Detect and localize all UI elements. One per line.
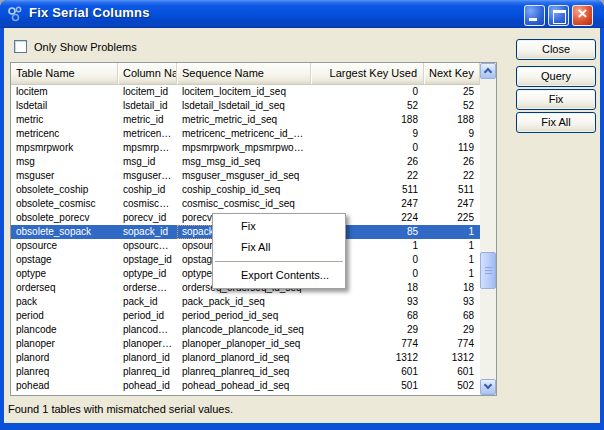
table-cell: porecv_id — [118, 211, 177, 225]
table-cell: lsdetail_id — [118, 99, 177, 113]
table-cell: 26 — [424, 155, 480, 169]
table-cell: 601 — [424, 365, 480, 379]
table-cell: 119 — [424, 141, 480, 155]
table-row[interactable]: periodperiod_idperiod_period_id_seq6868 — [11, 309, 480, 323]
titlebar[interactable]: Fix Serial Columns — [0, 0, 604, 28]
table-cell: metric — [11, 113, 118, 127]
table-cell: 0 — [311, 141, 424, 155]
close-button[interactable]: Close — [516, 39, 596, 60]
table-cell: pohead_pohead_id_seq — [177, 379, 311, 393]
fix-button[interactable]: Fix — [516, 89, 596, 110]
column-header-table-name[interactable]: Table Name — [11, 63, 118, 84]
table-cell: 1 — [424, 253, 480, 267]
table-cell: 22 — [424, 169, 480, 183]
table-cell: opstage — [11, 253, 118, 267]
scrollbar-thumb[interactable] — [480, 252, 496, 289]
table-cell: planreq — [11, 365, 118, 379]
table-cell: locitem_id — [118, 85, 177, 99]
table-cell: 502 — [424, 379, 480, 393]
table-cell: metricenc_id — [118, 127, 177, 141]
table-row[interactable]: lsdetaillsdetail_idlsdetail_lsdetail_id_… — [11, 99, 480, 113]
table-cell: lsdetail_lsdetail_id_seq — [177, 99, 311, 113]
query-button[interactable]: Query — [516, 66, 596, 87]
table-cell: 93 — [311, 295, 424, 309]
table-cell: 52 — [311, 99, 424, 113]
table-cell: pohead — [11, 379, 118, 393]
table-row[interactable]: obsolete_coshipcoship_idcoship_coship_id… — [11, 183, 480, 197]
vertical-scrollbar[interactable] — [480, 63, 496, 395]
table-row[interactable]: plancodeplancode_idplancode_plancode_id_… — [11, 323, 480, 337]
table-row[interactable]: poheadpohead_idpohead_pohead_id_seq50150… — [11, 379, 480, 393]
table-cell: orderseq — [11, 281, 118, 295]
table-cell: msguser — [11, 169, 118, 183]
table-cell: 29 — [424, 323, 480, 337]
table-row[interactable]: obsolete_cosmisccosmisc_idcosmisc_cosmis… — [11, 197, 480, 211]
table-row[interactable]: packpack_idpack_pack_id_seq9393 — [11, 295, 480, 309]
table-cell: 29 — [311, 323, 424, 337]
table-row[interactable]: metricencmetricenc_idmetricenc_metricenc… — [11, 127, 480, 141]
table-cell: planord_id — [118, 351, 177, 365]
column-header-column-name[interactable]: Column Name — [118, 63, 177, 84]
table-cell: 774 — [311, 337, 424, 351]
table-cell: coship_id — [118, 183, 177, 197]
table-row[interactable]: planreqplanreq_idplanreq_planreq_id_seq6… — [11, 365, 480, 379]
table-cell: planreq_planreq_id_seq — [177, 365, 311, 379]
table-cell: locitem — [11, 85, 118, 99]
table-cell: cosmisc_id — [118, 197, 177, 211]
menu-item-export-contents[interactable]: Export Contents... — [213, 265, 345, 286]
table-cell: planoper — [11, 337, 118, 351]
table-cell: planreq_id — [118, 365, 177, 379]
column-header-largest-key[interactable]: Largest Key Used — [311, 63, 424, 84]
table-cell: 0 — [311, 85, 424, 99]
table-cell: planord_planord_id_seq — [177, 351, 311, 365]
table-cell: plancode_id — [118, 323, 177, 337]
close-icon[interactable] — [572, 5, 593, 26]
table-cell: 188 — [311, 113, 424, 127]
scroll-up-icon[interactable] — [480, 63, 496, 79]
scroll-down-icon[interactable] — [480, 379, 496, 395]
table-cell: 1 — [424, 239, 480, 253]
fix-all-button[interactable]: Fix All — [516, 112, 596, 133]
table-cell: metric_id — [118, 113, 177, 127]
menu-item-fix[interactable]: Fix — [213, 216, 345, 237]
table-header: Table Name Column Name Sequence Name Lar… — [11, 63, 480, 85]
table-cell: period_period_id_seq — [177, 309, 311, 323]
table-row[interactable]: mpsmrpworkmpsmrpwork_idmpsmrpwork_mpsmrp… — [11, 141, 480, 155]
table-cell: period_id — [118, 309, 177, 323]
table-row[interactable]: msgusermsguser_idmsguser_msguser_id_seq2… — [11, 169, 480, 183]
table-row[interactable]: planordplanord_idplanord_planord_id_seq1… — [11, 351, 480, 365]
table-row[interactable]: locitemlocitem_idlocitem_locitem_id_seq0… — [11, 85, 480, 99]
table-cell: 511 — [424, 183, 480, 197]
table-cell: msguser_id — [118, 169, 177, 183]
table-cell: 68 — [424, 309, 480, 323]
table-row[interactable]: msgmsg_idmsg_msg_id_seq2626 — [11, 155, 480, 169]
table-cell: obsolete_cosmisc — [11, 197, 118, 211]
table-cell: mpsmrpwork_mpsmrpwork_id_seq — [177, 141, 311, 155]
table-cell: obsolete_porecv — [11, 211, 118, 225]
table-cell: msguser_msguser_id_seq — [177, 169, 311, 183]
maximize-icon[interactable] — [548, 5, 569, 26]
table-cell: lsdetail — [11, 99, 118, 113]
table-cell: 601 — [311, 365, 424, 379]
table-cell: obsolete_coship — [11, 183, 118, 197]
table-cell: 1312 — [424, 351, 480, 365]
column-header-next-key[interactable]: Next Key — [424, 63, 480, 84]
minimize-icon[interactable] — [524, 5, 545, 26]
table-cell: 52 — [424, 99, 480, 113]
dialog-client-area: Only Show Problems Table Name Column Nam… — [4, 28, 600, 423]
table-cell: pack_pack_id_seq — [177, 295, 311, 309]
table-cell: metricenc_metricenc_id_seq — [177, 127, 311, 141]
table-cell: opsource — [11, 239, 118, 253]
context-menu: Fix Fix All Export Contents... — [212, 213, 346, 289]
table-row[interactable]: metricmetric_idmetric_metric_id_seq18818… — [11, 113, 480, 127]
only-show-problems-label[interactable]: Only Show Problems — [34, 41, 137, 53]
table-cell: 25 — [424, 85, 480, 99]
table-cell: plancode — [11, 323, 118, 337]
table-cell: 1 — [424, 267, 480, 281]
column-header-sequence-name[interactable]: Sequence Name — [177, 63, 311, 84]
table-cell: optype — [11, 267, 118, 281]
window-title: Fix Serial Columns — [29, 5, 150, 20]
only-show-problems-checkbox[interactable] — [14, 40, 27, 53]
menu-item-fix-all[interactable]: Fix All — [213, 237, 345, 258]
table-row[interactable]: planoperplanoper_idplanoper_planoper_id_… — [11, 337, 480, 351]
